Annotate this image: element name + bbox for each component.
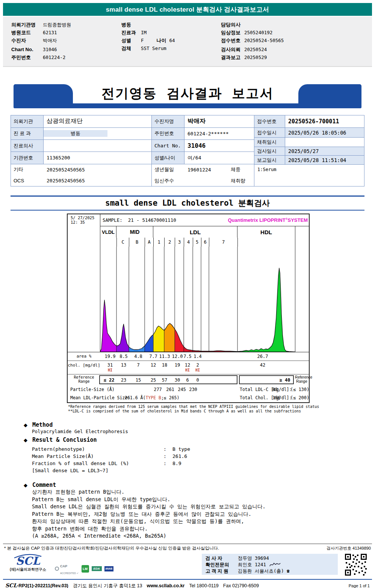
mean-particle-row: Mean LDL-Particle Size: 261.6 Å(TYPE B;≤… — [68, 394, 309, 402]
chol-value: 12 — [185, 362, 190, 368]
mean-particle-value: 261.6 Å(TYPE B;≤ 265) — [125, 395, 179, 400]
divider — [3, 579, 372, 580]
cell-label: Chart No. — [152, 140, 184, 152]
field-value: 박애자 — [43, 36, 57, 44]
electrophoresis-banner: 전기영동 검사결과 보고서 — [14, 84, 361, 108]
chromatogram-svg — [100, 247, 295, 352]
cell-value: 병동 — [44, 130, 107, 137]
band-label: B — [129, 238, 145, 247]
chol-value: 7 — [137, 362, 139, 368]
footer-row: SCL (재)서울의과학연구소 CAPACCREDITED ✓ LM EDA A… — [3, 554, 372, 576]
table-row: 기관번호11365200 — [11, 152, 151, 164]
patient-table: 의뢰기관삼광의료재단 진 료 과병동 진료의사 기관번호11365200 기타2… — [11, 115, 364, 186]
comment-title: Comment — [32, 482, 56, 488]
cell-value — [285, 138, 364, 147]
band-label: 7 — [209, 238, 237, 247]
report-header-bar: small dense LDL cholesterol 분획검사 검사결과보고서 — [3, 3, 372, 16]
scl-logo-svg: SCL — [10, 553, 46, 567]
result-row: Fraction % of small dense LDL (%):8.9 — [32, 460, 375, 467]
serum-note: 1:Serum — [254, 165, 364, 186]
high-flag: HI — [195, 368, 200, 372]
comment-line: 환자의 임상상태에 따른 적절한 치료(운동요법, 식이요법 또는 약물요법 등… — [32, 518, 375, 525]
table-row: 접수번호20250526-700011 — [254, 115, 364, 128]
total-chol-ref: (≤ 200) — [290, 395, 310, 400]
chromatogram-area — [68, 247, 309, 352]
cell-value: 2025/05/26 18:05:06 — [285, 128, 364, 137]
cell-value: 19601224 — [184, 164, 228, 176]
order-info-panel: 의뢰기관명드림종합병원 병원코드62131 수진자박애자 Chart No.31… — [3, 17, 372, 67]
cell-label: 주민번호 — [152, 128, 184, 140]
band-label: 5 — [193, 238, 201, 247]
field-value: 64 — [169, 36, 175, 44]
cell-label: 접수일시 — [254, 128, 285, 137]
ref-value: 57 — [162, 377, 167, 383]
cell-value: 삼광의료재단 — [44, 115, 151, 127]
band-group-ldl: LDL — [153, 226, 237, 238]
field-value: 601224-2 — [43, 53, 65, 61]
particle-size-row: Particle-Size (Å) 277 261 245 230 Total … — [68, 386, 309, 394]
chol-value: 18 — [162, 362, 167, 368]
ref-value: 25 — [151, 377, 156, 383]
result-row: Mean Particle Size(Å):261.6 — [32, 453, 375, 460]
row-label: Mean LDL-Particle Size: — [70, 395, 130, 400]
cell-label: 의뢰기관 — [11, 115, 44, 127]
cell-value: 31046 — [184, 140, 254, 152]
cell-value: 2025/05/28 11:51:04 — [285, 156, 364, 164]
section-title-block: small dense LDL cholesterol 분획검사 — [0, 195, 375, 211]
chol-value: 2 — [196, 362, 199, 368]
total-ldl-ref: (≤ 130) — [290, 387, 310, 392]
scl-doc-brand: SCL — [5, 582, 17, 588]
cell-label: 기타 — [11, 164, 44, 176]
area-pct-value: 11.3 — [159, 354, 170, 359]
scl-org-name: (재)서울의과학연구소 — [10, 567, 46, 572]
field-label: 검체 — [121, 44, 141, 52]
cell-value: 2025/05/27 — [285, 147, 364, 155]
comment-line: 상기환자 표현형은 pattern B입니다. — [32, 488, 375, 496]
cell-label: 접수번호 — [254, 115, 285, 127]
signature-icon — [269, 561, 281, 568]
cell-label: 성별/나이 — [152, 152, 184, 164]
row-label: area % — [68, 354, 100, 359]
high-flag: HI — [185, 368, 190, 372]
row-label: Particle-Size (Å) — [70, 387, 115, 392]
band-label: 6 — [201, 238, 209, 247]
cell-value — [184, 175, 228, 186]
table-row: 수진자명박애자 — [152, 115, 254, 128]
area-pct-value: 7.7 — [149, 354, 157, 359]
staff-box: 검 사 자정두영 39694 확인전문의최인호 1241 고 객 지 원김동환 … — [202, 554, 338, 575]
comment-line: Pattern B는 small dense LDL이 우세한 type입니다. — [32, 496, 375, 503]
table-row: OCS2025052450565 — [11, 175, 151, 186]
address: 경기도 용인시 기흥구 흥덕1로 13 — [73, 583, 142, 588]
section-title: small dense LDL cholesterol 분획검사 — [0, 197, 375, 210]
footnote: *Reference ranges derived from 125 serum… — [68, 405, 375, 409]
field-label: 담당의사 — [221, 21, 244, 29]
high-flag: HI — [108, 368, 112, 372]
chol-value: 31 — [107, 362, 113, 368]
area-pct-value: 1.4 — [194, 354, 202, 359]
cell-value: 여/64 — [184, 152, 254, 164]
result-value: 8.9 — [172, 460, 181, 467]
area-pct-value: 4.8 — [134, 354, 142, 359]
band-label: 3 — [175, 238, 184, 247]
qr-code — [345, 554, 367, 576]
ref-value: 6 — [186, 377, 189, 383]
footnote: **LDL-C is comprised of the sum of chole… — [68, 409, 375, 414]
reference-range-row: Reference Range ≤ 22 23 15 25 57 30 6 0 … — [68, 374, 309, 386]
field-value: 20250529 — [244, 53, 267, 61]
order-info-col1: 의뢰기관명드림종합병원 병원코드62131 수진자박애자 Chart No.31… — [3, 21, 121, 61]
table-row: 진 료 과병동 — [11, 128, 151, 140]
field-label: 병원코드 — [11, 29, 43, 36]
field-label: 진료과 — [121, 29, 141, 36]
area-pct-value: 12.0 — [172, 354, 183, 359]
lab-report-page: small dense LDL cholesterol 분획검사 검사결과보고서… — [0, 0, 375, 588]
cell-value: 601224-2****** — [184, 128, 254, 140]
field-value: 31046 — [43, 45, 57, 53]
patient-table-left: 의뢰기관삼광의료재단 진 료 과병동 진료의사 기관번호11365200 기타2… — [11, 115, 151, 186]
method-title: Method — [32, 421, 53, 428]
result-value: B type — [172, 446, 190, 453]
cell-label: 진료의사 — [11, 140, 44, 152]
field-value: IM — [141, 29, 147, 36]
certification-line: * 본 검사실은 CAP 인증과 대한진단검사의학회/진단검사의학재단의 우수검… — [4, 546, 371, 551]
band-group-hdl: HDL — [237, 226, 295, 238]
row-label: Reference — [68, 375, 100, 379]
